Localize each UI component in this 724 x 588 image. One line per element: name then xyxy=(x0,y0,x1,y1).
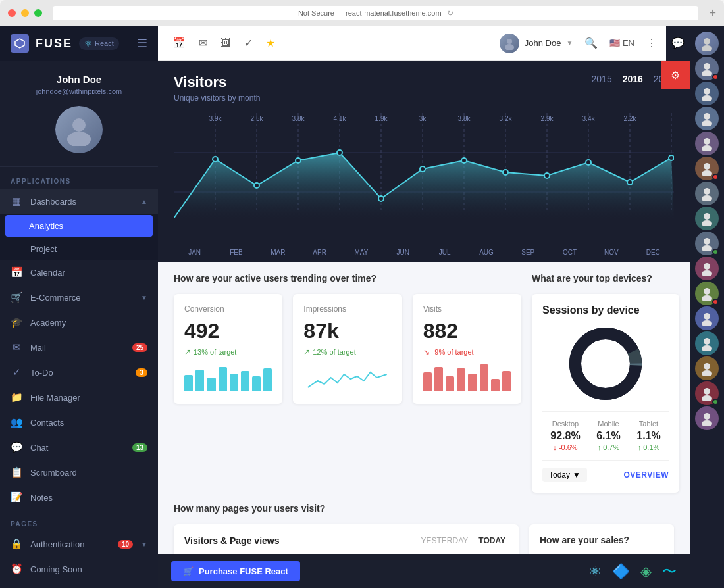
rp-avatar-7[interactable] xyxy=(695,182,719,205)
rp-avatar-9[interactable] xyxy=(695,232,719,255)
rp-badge-offline xyxy=(712,74,719,80)
sidebar-item-todo[interactable]: ✓ To-Do 3 xyxy=(0,360,158,385)
sidebar-item-errors[interactable]: ⚠ Errors ▼ xyxy=(0,581,158,588)
topbar-mail-icon[interactable]: ✉ xyxy=(195,33,211,53)
sidebar-item-dashboards[interactable]: ▦ Dashboards ▲ xyxy=(0,189,158,214)
minimize-button[interactable] xyxy=(21,9,29,17)
purchase-bar: 🛒 Purchase FUSE React ⚛ 🔷 ◈ 〜 xyxy=(158,554,690,588)
angular-fw-icon[interactable]: 🔷 xyxy=(612,563,630,580)
reload-icon[interactable]: ↻ xyxy=(447,9,453,18)
rp-avatar-10[interactable] xyxy=(695,257,719,280)
rp-avatar-5[interactable] xyxy=(695,132,719,155)
rp-avatar-8[interactable] xyxy=(695,207,719,230)
rp-avatar-4[interactable] xyxy=(695,107,719,130)
pageviews-card-title: Visitors & Page views xyxy=(184,535,279,546)
svg-point-71 xyxy=(702,220,712,226)
topbar-image-icon[interactable]: 🖼 xyxy=(217,34,235,53)
rp-avatar-3[interactable] xyxy=(695,82,719,105)
sidebar-item-authentication[interactable]: 🔒 Authentication 10 ▼ xyxy=(0,531,158,556)
overview-link[interactable]: OVERVIEW xyxy=(624,470,669,479)
svg-point-82 xyxy=(704,363,710,370)
pageviews-section: How many pages your users visit? Visitor… xyxy=(158,493,690,554)
hamburger-icon[interactable]: ☰ xyxy=(137,36,147,51)
topbar-star-icon[interactable]: ★ xyxy=(262,33,279,53)
address-bar[interactable]: Not Secure — react-material.fusetheme.co… xyxy=(53,6,698,20)
month-nov: NOV xyxy=(590,249,632,256)
mail-badge: 25 xyxy=(132,343,147,352)
settings-button[interactable]: ⚙ xyxy=(661,61,690,89)
maximize-button[interactable] xyxy=(34,9,42,17)
rp-avatar-13[interactable] xyxy=(695,331,719,355)
svg-point-33 xyxy=(296,158,301,163)
rp-avatar-2[interactable] xyxy=(695,57,719,80)
svg-text:3.8k: 3.8k xyxy=(458,115,471,122)
purchase-button[interactable]: 🛒 Purchase FUSE React xyxy=(171,561,300,581)
topbar-calendar-icon[interactable]: 📅 xyxy=(168,33,190,53)
sidebar-item-calendar[interactable]: 📅 Calendar xyxy=(0,260,158,285)
stat-card-visits: Visits 882 ↘ -9% of target xyxy=(413,294,521,404)
react-fw-icon[interactable]: ⚛ xyxy=(588,563,602,580)
svg-point-63 xyxy=(702,120,712,126)
notes-icon: 📝 xyxy=(11,491,22,503)
sidebar-item-notes[interactable]: 📝 Notes xyxy=(0,485,158,510)
svg-point-83 xyxy=(702,370,712,376)
close-button[interactable] xyxy=(8,9,16,17)
impressions-value: 87k xyxy=(303,319,391,343)
svg-point-65 xyxy=(702,145,712,151)
svg-point-86 xyxy=(704,413,710,420)
sidebar-item-chat[interactable]: 💬 Chat 13 xyxy=(0,435,158,460)
rp-avatar-14[interactable] xyxy=(695,356,719,380)
todo-label: To-Do xyxy=(30,368,128,378)
rp-avatar-11[interactable] xyxy=(695,282,719,305)
pageviews-section-title: How many pages your users visit? xyxy=(174,503,674,514)
topbar-chat-button[interactable]: 💬 xyxy=(666,26,690,61)
visitors-header: Visitors Unique visitors by month 2015 2… xyxy=(174,74,674,103)
rp-avatar-6[interactable] xyxy=(695,157,719,180)
stat-card-impressions: Impressions 87k ↗ 12% of target xyxy=(293,294,401,404)
address-text: Not Secure — react-material.fusetheme.co… xyxy=(298,9,442,17)
sidebar-item-scrumboard[interactable]: 📋 Scrumboard xyxy=(0,460,158,485)
vue-fw-icon[interactable]: ◈ xyxy=(640,563,652,580)
stats-cards: Conversion 492 ↗ 13% of target xyxy=(174,294,521,404)
react-badge: ⚛ React xyxy=(79,37,119,50)
rp-avatar-15[interactable] xyxy=(695,381,719,405)
sidebar-item-file-manager[interactable]: 📁 File Manager xyxy=(0,385,158,410)
sidebar-item-contacts[interactable]: 👥 Contacts xyxy=(0,410,158,435)
search-icon[interactable]: 🔍 xyxy=(581,33,602,53)
sidebar-item-ecommerce[interactable]: 🛒 E-Commerce ▼ xyxy=(0,285,158,310)
svg-point-73 xyxy=(702,245,712,251)
year-2016[interactable]: 2016 xyxy=(623,74,643,84)
dashboards-label: Dashboards xyxy=(30,197,133,207)
topbar-check-icon[interactable]: ✓ xyxy=(240,33,257,53)
rp-avatar-12[interactable] xyxy=(695,306,719,330)
ecommerce-label: E-Commerce xyxy=(30,293,133,303)
language-selector[interactable]: 🇺🇸 EN xyxy=(609,38,634,48)
menu-dots-icon[interactable]: ⋮ xyxy=(642,33,661,53)
today-button[interactable]: Today ▼ xyxy=(542,468,587,482)
sidebar-item-mail[interactable]: ✉ Mail 25 xyxy=(0,335,158,360)
svg-point-1 xyxy=(72,118,86,132)
rp-badge-online-2 xyxy=(712,399,719,405)
tab-today[interactable]: TODAY xyxy=(476,535,508,547)
purchase-label: Purchase FUSE React xyxy=(199,566,288,576)
impressions-trend-text: 12% of target xyxy=(313,348,355,356)
mail-label: Mail xyxy=(30,343,124,353)
rp-avatar-1[interactable] xyxy=(695,32,719,55)
nav-section-applications: APPLICATIONS xyxy=(0,167,158,189)
month-aug: AUG xyxy=(465,249,507,256)
sidebar-item-analytics[interactable]: Analytics xyxy=(5,215,153,237)
sidebar-item-coming-soon[interactable]: ⏰ Coming Soon xyxy=(0,556,158,581)
svg-point-81 xyxy=(702,345,712,351)
chevron-down-icon: ▼ xyxy=(141,294,147,301)
rp-badge-offline-2 xyxy=(712,174,719,180)
sidebar-item-project[interactable]: Project xyxy=(0,238,158,260)
svg-point-31 xyxy=(213,157,218,162)
sidebar-item-academy[interactable]: 🎓 Academy xyxy=(0,310,158,335)
svg-point-41 xyxy=(627,180,633,185)
rp-avatar-16[interactable] xyxy=(695,406,719,430)
user-menu[interactable]: John Doe ▼ xyxy=(500,34,573,53)
new-tab-button[interactable]: + xyxy=(709,7,716,20)
next-fw-icon[interactable]: 〜 xyxy=(662,562,677,581)
year-2015[interactable]: 2015 xyxy=(592,74,612,84)
tab-yesterday[interactable]: YESTERDAY xyxy=(419,535,471,547)
